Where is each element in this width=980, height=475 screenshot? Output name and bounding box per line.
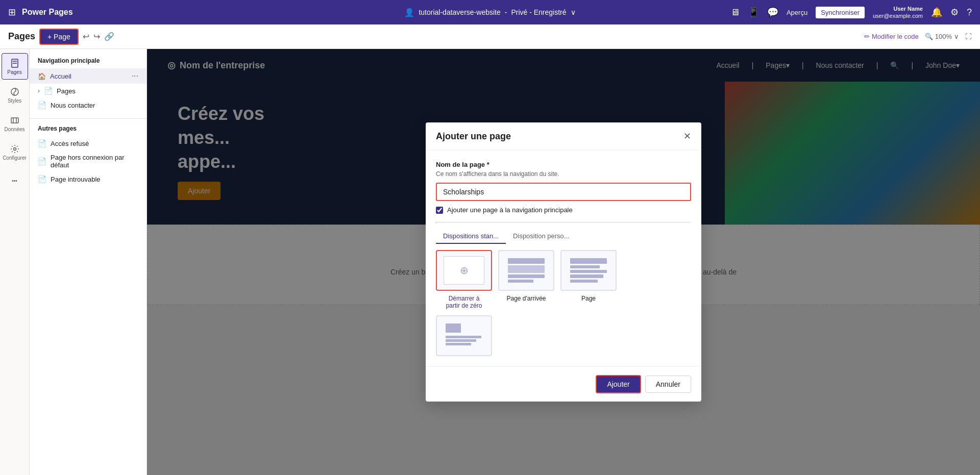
edit-code-button[interactable]: ✏ Modifier le code <box>864 33 919 40</box>
cancel-button[interactable]: Annuler <box>645 376 691 393</box>
sidebar-item-styles[interactable]: Styles <box>2 82 28 108</box>
add-to-nav-checkbox[interactable] <box>436 207 443 214</box>
nav-item-contact[interactable]: 📄 Nous contacter <box>30 98 146 112</box>
layout-card-page[interactable] <box>560 250 617 291</box>
modal-close-button[interactable]: ✕ <box>683 131 691 142</box>
lp-r4 <box>508 280 533 283</box>
layout-card-landing[interactable] <box>498 250 554 291</box>
add-to-nav-label: Ajouter une page à la navigation princip… <box>447 206 573 214</box>
page-preview <box>568 256 609 285</box>
bt-block <box>446 323 461 333</box>
nav-contact-label: Nous contacter <box>51 102 95 109</box>
introuvable-icon: 📄 <box>38 175 46 183</box>
checkbox-row: Ajouter une page à la navigation princip… <box>436 206 691 214</box>
layout-option-blank[interactable]: ⊕ Démarrer àpartir de zéro <box>436 250 492 309</box>
tab-custom[interactable]: Disposition perso... <box>506 229 577 244</box>
other-pages-section: Autres pages <box>30 125 146 136</box>
more-icon: ••• <box>12 178 17 184</box>
zoom-value: 100% <box>935 33 952 40</box>
modal-footer: Ajouter Annuler <box>426 366 701 402</box>
pg-r1 <box>570 258 607 264</box>
nav-item-accueil[interactable]: 🏠 Accueil ··· <box>30 68 146 84</box>
layout-option-landing[interactable]: Page d'arrivée <box>498 250 554 309</box>
pages-title: Pages <box>8 31 35 42</box>
sidebar-pages-label: Pages <box>7 69 21 75</box>
layout-card-blank-inner: ⊕ <box>444 256 484 285</box>
layout-card-blank[interactable]: ⊕ <box>436 250 492 291</box>
layout-divider <box>436 222 691 223</box>
layout-option-page[interactable]: Page <box>560 250 617 309</box>
site-separator: - <box>505 8 507 16</box>
page-name-input[interactable] <box>436 183 691 201</box>
nav-introuvable-label: Page introuvable <box>51 176 101 183</box>
nav-divider <box>30 118 146 119</box>
modal-header: Ajouter une page ✕ <box>426 122 701 151</box>
comment-icon[interactable]: 💬 <box>767 7 778 18</box>
bt-l2 <box>446 339 476 342</box>
nav-item-pages[interactable]: › 📄 Pages <box>30 84 146 98</box>
accueil-more[interactable]: ··· <box>132 71 138 81</box>
help-icon[interactable]: ? <box>967 7 972 18</box>
pg-r2 <box>570 265 600 268</box>
svg-point-7 <box>13 147 16 150</box>
settings-icon[interactable]: ⚙ <box>950 7 959 18</box>
sidebar-item-donnees[interactable]: Données <box>2 110 28 137</box>
lp-r2 <box>508 265 545 273</box>
layout-option-blank-text[interactable] <box>436 315 492 356</box>
pg-r5 <box>570 280 598 283</box>
pg-r3 <box>570 270 607 273</box>
nav-item-introuvable[interactable]: 📄 Page introuvable <box>30 172 146 186</box>
bt-l1 <box>446 336 481 338</box>
add-page-button[interactable]: + Page <box>39 29 79 45</box>
page-name-label: Nom de la page * <box>436 161 691 168</box>
page-name-hint: Ce nom s'affichera dans la navigation du… <box>436 170 691 178</box>
second-bar-left: Pages + Page ↩ ↪ 🔗 <box>8 29 114 45</box>
nav-acces-label: Accès refusé <box>51 140 89 147</box>
site-name: tutorial-dataverse-website <box>419 8 500 16</box>
toolbar-icons: ↩ ↪ 🔗 <box>83 32 114 41</box>
apercu-btn[interactable]: Aperçu <box>787 9 807 16</box>
acces-refuse-icon: 📄 <box>38 139 46 147</box>
undo-icon[interactable]: ↩ <box>83 32 89 41</box>
top-bar-right: 🖥 📱 💬 Aperçu Synchroniser User Name user… <box>730 5 972 20</box>
sidebar-item-pages[interactable]: Pages <box>2 53 28 80</box>
sidebar-item-more[interactable]: ••• <box>2 167 28 194</box>
modal-overlay: Ajouter une page ✕ Nom de la page * Ce n… <box>147 49 980 475</box>
lp-r3 <box>508 274 545 278</box>
waffle-icon[interactable]: ⊞ <box>8 7 16 18</box>
hors-connexion-icon: 📄 <box>38 157 46 165</box>
redo-icon[interactable]: ↪ <box>93 32 100 41</box>
tab-standard[interactable]: Dispositions stan... <box>436 229 506 244</box>
link-icon[interactable]: 🔗 <box>104 32 114 41</box>
user-name: User Name <box>894 5 923 12</box>
synchroniser-btn[interactable]: Synchroniser <box>816 7 865 18</box>
sidebar-configurer-label: Configurer <box>3 155 27 161</box>
nav-item-acces-refuse[interactable]: 📄 Accès refusé <box>30 136 146 151</box>
sidebar-item-configurer[interactable]: Configurer <box>2 139 28 165</box>
desktop-icon[interactable]: 🖥 <box>730 7 740 18</box>
site-chevron[interactable]: ∨ <box>571 8 576 16</box>
nav-item-hors-connexion[interactable]: 📄 Page hors connexion par défaut <box>30 151 146 172</box>
expand-icon[interactable]: ⛶ <box>965 33 972 40</box>
bell-icon[interactable]: 🔔 <box>931 7 942 18</box>
layout-label-blank: Démarrer àpartir de zéro <box>446 295 482 309</box>
pages-chevron[interactable]: › <box>38 87 40 94</box>
zoom-minus-icon[interactable]: 🔍 <box>925 33 933 40</box>
zoom-control[interactable]: 🔍 100% ∨ <box>925 33 959 40</box>
bt-l3 <box>446 343 471 345</box>
mobile-icon[interactable]: 📱 <box>748 7 759 18</box>
lp-c2 <box>521 265 532 273</box>
zoom-chevron[interactable]: ∨ <box>954 33 959 40</box>
lp-c1 <box>508 265 520 273</box>
modal-body: Nom de la page * Ce nom s'affichera dans… <box>426 151 701 366</box>
layout-card-blank-text[interactable] <box>436 315 492 356</box>
add-button[interactable]: Ajouter <box>596 375 641 393</box>
lp-c3 <box>533 265 545 273</box>
nav-pages-label: Pages <box>57 87 76 95</box>
bt-lines <box>446 336 482 345</box>
edit-code-icon: ✏ <box>864 33 870 40</box>
main-layout: Pages Styles Données Configurer ••• Navi… <box>0 49 980 475</box>
layout-label-landing: Page d'arrivée <box>506 295 546 302</box>
app-logo: Power Pages <box>22 8 73 17</box>
pg-r4 <box>570 274 603 278</box>
